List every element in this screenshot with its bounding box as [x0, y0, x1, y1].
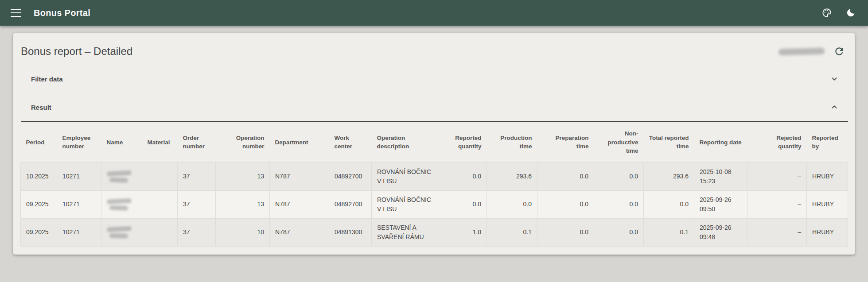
cell-total_reported_time: 0.0 — [644, 190, 694, 218]
filter-data-label: Filter data — [31, 75, 63, 83]
card-header: Bonus report – Detailed — [13, 33, 855, 65]
app-bar: Bonus Portal — [0, 0, 868, 26]
cell-preparation_time: 0.0 — [537, 162, 594, 190]
column-header-reported_by: Reported by — [807, 122, 848, 162]
cell-reported_by: HRUBY — [807, 218, 848, 246]
section-filter-data[interactable]: Filter data — [13, 65, 855, 93]
cell-period: 10.2025 — [21, 162, 57, 190]
palette-icon[interactable] — [821, 7, 833, 19]
report-card: Bonus report – Detailed Filter data Resu… — [13, 33, 855, 255]
results-table-container: PeriodEmployee numberNameMaterialOrder n… — [20, 121, 848, 247]
employee-name-redacted — [109, 205, 128, 210]
column-header-department: Department — [270, 122, 329, 162]
results-table: PeriodEmployee numberNameMaterialOrder n… — [20, 121, 848, 247]
cell-operation_number: 10 — [216, 218, 270, 246]
cell-material — [142, 190, 178, 218]
table-header-row: PeriodEmployee numberNameMaterialOrder n… — [21, 122, 848, 162]
cell-work_center: 04892700 — [329, 162, 372, 190]
column-header-total_reported_time: Total reported time — [644, 122, 694, 162]
employee-name-redacted — [107, 170, 132, 176]
cell-period: 09.2025 — [21, 218, 57, 246]
column-header-employee_number: Employee number — [57, 122, 101, 162]
cell-rejected_quantity: – — [747, 190, 807, 218]
column-header-non_productive_time: Non-productive time — [594, 122, 644, 162]
column-header-order_number: Order number — [178, 122, 216, 162]
column-header-rejected_quantity: Rejected quantity — [747, 122, 807, 162]
cell-reporting_date: 2025-09-26 09:50 — [694, 190, 747, 218]
cell-material — [142, 162, 178, 190]
cell-non_productive_time: 0.0 — [594, 162, 644, 190]
cell-non_productive_time: 0.0 — [594, 218, 644, 246]
cell-operation_description: SESTAVENÍ A SVAŘENÍ RÁMU — [372, 218, 438, 246]
employee-name-redacted — [109, 233, 128, 238]
cell-operation_description: ROVNÁNÍ BOČNIC V LISU — [372, 162, 438, 190]
cell-reported_quantity: 1.0 — [438, 218, 487, 246]
cell-material — [142, 218, 178, 246]
cell-total_reported_time: 293.6 — [644, 162, 694, 190]
cell-operation_number: 13 — [216, 190, 270, 218]
cell-name — [101, 162, 142, 190]
cell-order_number: 37 — [178, 218, 216, 246]
card-header-actions — [778, 46, 845, 57]
moon-icon[interactable] — [845, 7, 856, 19]
cell-reported_quantity: 0.0 — [438, 190, 487, 218]
cell-reporting_date: 2025-10-08 15:23 — [694, 162, 747, 190]
chevron-down-icon[interactable] — [829, 74, 839, 84]
column-header-reported_quantity: Reported quantity — [438, 122, 487, 162]
cell-work_center: 04891300 — [329, 218, 372, 246]
cell-operation_number: 13 — [216, 162, 270, 190]
cell-reported_by: HRUBY — [807, 190, 848, 218]
menu-icon[interactable] — [11, 9, 21, 17]
employee-name-redacted — [107, 198, 132, 204]
cell-order_number: 37 — [178, 162, 216, 190]
cell-preparation_time: 0.0 — [537, 218, 594, 246]
cell-rejected_quantity: – — [747, 218, 807, 246]
cell-production_time: 0.0 — [487, 190, 537, 218]
section-result[interactable]: Result — [13, 93, 855, 121]
cell-employee_number: 10271 — [57, 218, 101, 246]
cell-non_productive_time: 0.0 — [594, 190, 644, 218]
cell-order_number: 37 — [178, 190, 216, 218]
cell-department: N787 — [270, 218, 329, 246]
column-header-production_time: Production time — [487, 122, 537, 162]
table-row: 09.2025102713713N78704892700ROVNÁNÍ BOČN… — [21, 190, 848, 218]
report-title: Bonus report – Detailed — [21, 45, 132, 58]
cell-period: 09.2025 — [21, 190, 57, 218]
table-row: 10.2025102713713N78704892700ROVNÁNÍ BOČN… — [21, 162, 848, 190]
cell-department: N787 — [270, 190, 329, 218]
cell-production_time: 0.1 — [487, 218, 537, 246]
cell-operation_description: ROVNÁNÍ BOČNIC V LISU — [372, 190, 438, 218]
app-title: Bonus Portal — [34, 8, 90, 18]
cell-work_center: 04892700 — [329, 190, 372, 218]
column-header-material: Material — [142, 122, 178, 162]
refresh-icon[interactable] — [833, 46, 845, 57]
cell-reported_by: HRUBY — [807, 162, 848, 190]
cell-reporting_date: 2025-09-26 09:48 — [694, 218, 747, 246]
cell-name — [101, 190, 142, 218]
cell-reported_quantity: 0.0 — [438, 162, 487, 190]
column-header-period: Period — [21, 122, 57, 162]
column-header-preparation_time: Preparation time — [537, 122, 594, 162]
employee-name-redacted — [109, 177, 128, 182]
column-header-operation_number: Operation number — [216, 122, 270, 162]
result-label: Result — [31, 104, 51, 111]
cell-department: N787 — [270, 162, 329, 190]
cell-production_time: 293.6 — [487, 162, 537, 190]
table-row: 09.2025102713710N78704891300SESTAVENÍ A … — [21, 218, 848, 246]
app-bar-actions — [821, 7, 856, 19]
column-header-reporting_date: Reporting date — [694, 122, 747, 162]
cell-employee_number: 10271 — [57, 190, 101, 218]
employee-name-redacted — [107, 226, 132, 232]
column-header-operation_description: Operation description — [372, 122, 438, 162]
user-name-redacted — [778, 47, 825, 55]
cell-employee_number: 10271 — [57, 162, 101, 190]
cell-total_reported_time: 0.1 — [644, 218, 694, 246]
column-header-name: Name — [101, 122, 142, 162]
cell-name — [101, 218, 142, 246]
chevron-up-icon[interactable] — [829, 102, 839, 112]
cell-rejected_quantity: – — [747, 162, 807, 190]
cell-preparation_time: 0.0 — [537, 190, 594, 218]
column-header-work_center: Work center — [329, 122, 372, 162]
